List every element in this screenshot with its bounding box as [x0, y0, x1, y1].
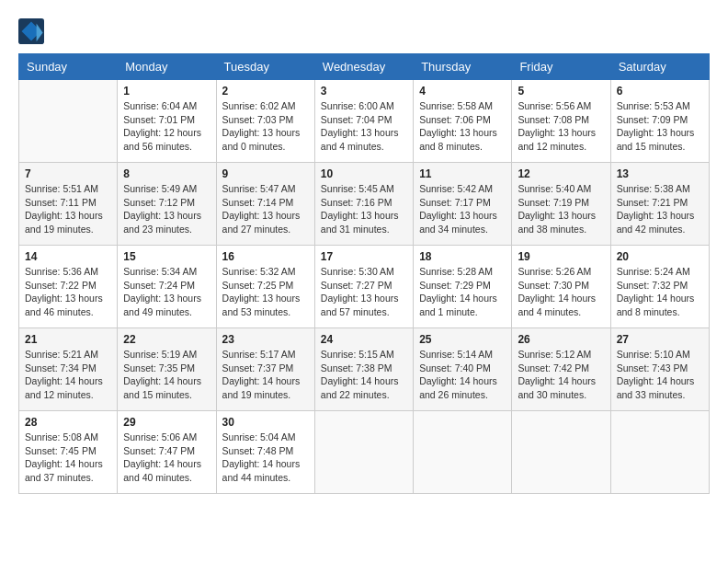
day-info: Sunrise: 5:49 AMSunset: 7:12 PMDaylight:… — [123, 182, 210, 236]
day-cell: 7Sunrise: 5:51 AMSunset: 7:11 PMDaylight… — [19, 163, 118, 246]
day-cell: 16Sunrise: 5:32 AMSunset: 7:25 PMDayligh… — [216, 246, 314, 328]
day-cell — [19, 80, 118, 163]
day-info: Sunrise: 5:26 AMSunset: 7:30 PMDaylight:… — [518, 265, 604, 319]
day-info: Sunrise: 5:17 AMSunset: 7:37 PMDaylight:… — [222, 348, 309, 402]
day-cell: 19Sunrise: 5:26 AMSunset: 7:30 PMDayligh… — [512, 246, 610, 328]
day-info: Sunrise: 5:10 AMSunset: 7:43 PMDaylight:… — [617, 348, 703, 402]
page-header — [18, 18, 710, 44]
day-info: Sunrise: 5:28 AMSunset: 7:29 PMDaylight:… — [419, 265, 506, 319]
day-cell: 26Sunrise: 5:12 AMSunset: 7:42 PMDayligh… — [512, 328, 610, 411]
day-number: 3 — [321, 85, 407, 98]
day-info: Sunrise: 5:19 AMSunset: 7:35 PMDaylight:… — [123, 348, 210, 402]
week-row-2: 7Sunrise: 5:51 AMSunset: 7:11 PMDaylight… — [19, 163, 710, 246]
day-info: Sunrise: 6:04 AMSunset: 7:01 PMDaylight:… — [123, 99, 210, 154]
day-number: 17 — [321, 250, 407, 263]
day-info: Sunrise: 5:15 AMSunset: 7:38 PMDaylight:… — [321, 348, 407, 402]
day-number: 12 — [518, 167, 604, 180]
day-cell: 5Sunrise: 5:56 AMSunset: 7:08 PMDaylight… — [512, 80, 610, 163]
day-number: 9 — [222, 167, 309, 180]
day-cell: 25Sunrise: 5:14 AMSunset: 7:40 PMDayligh… — [414, 328, 512, 411]
day-number: 2 — [222, 85, 309, 98]
day-number: 30 — [222, 416, 309, 429]
day-info: Sunrise: 6:00 AMSunset: 7:04 PMDaylight:… — [321, 99, 407, 154]
day-cell: 8Sunrise: 5:49 AMSunset: 7:12 PMDaylight… — [118, 163, 216, 246]
day-cell: 17Sunrise: 5:30 AMSunset: 7:27 PMDayligh… — [314, 246, 413, 328]
day-number: 18 — [419, 250, 506, 263]
day-number: 27 — [617, 333, 703, 346]
day-info: Sunrise: 5:24 AMSunset: 7:32 PMDaylight:… — [617, 265, 703, 319]
day-number: 16 — [222, 250, 309, 263]
header-wednesday: Wednesday — [314, 54, 413, 80]
day-number: 7 — [25, 167, 111, 180]
day-number: 5 — [518, 85, 604, 98]
week-row-4: 21Sunrise: 5:21 AMSunset: 7:34 PMDayligh… — [19, 328, 710, 411]
day-number: 29 — [123, 416, 210, 429]
day-cell: 20Sunrise: 5:24 AMSunset: 7:32 PMDayligh… — [610, 246, 709, 328]
day-number: 20 — [617, 250, 703, 263]
day-info: Sunrise: 5:04 AMSunset: 7:48 PMDaylight:… — [222, 431, 309, 485]
day-number: 25 — [419, 333, 506, 346]
header-row: SundayMondayTuesdayWednesdayThursdayFrid… — [19, 54, 710, 80]
day-number: 8 — [123, 167, 210, 180]
day-cell: 21Sunrise: 5:21 AMSunset: 7:34 PMDayligh… — [19, 328, 118, 411]
week-row-1: 1Sunrise: 6:04 AMSunset: 7:01 PMDaylight… — [19, 80, 710, 163]
day-number: 19 — [518, 250, 604, 263]
week-row-5: 28Sunrise: 5:08 AMSunset: 7:45 PMDayligh… — [19, 411, 710, 494]
day-number: 22 — [123, 333, 210, 346]
day-cell: 6Sunrise: 5:53 AMSunset: 7:09 PMDaylight… — [610, 80, 709, 163]
day-number: 10 — [321, 167, 407, 180]
day-cell: 12Sunrise: 5:40 AMSunset: 7:19 PMDayligh… — [512, 163, 610, 246]
day-cell: 2Sunrise: 6:02 AMSunset: 7:03 PMDaylight… — [216, 80, 314, 163]
day-cell: 11Sunrise: 5:42 AMSunset: 7:17 PMDayligh… — [414, 163, 512, 246]
day-info: Sunrise: 5:47 AMSunset: 7:14 PMDaylight:… — [222, 182, 309, 236]
day-cell: 10Sunrise: 5:45 AMSunset: 7:16 PMDayligh… — [314, 163, 413, 246]
calendar-table: SundayMondayTuesdayWednesdayThursdayFrid… — [18, 53, 710, 494]
day-info: Sunrise: 5:14 AMSunset: 7:40 PMDaylight:… — [419, 348, 506, 402]
day-cell: 22Sunrise: 5:19 AMSunset: 7:35 PMDayligh… — [118, 328, 216, 411]
day-info: Sunrise: 5:45 AMSunset: 7:16 PMDaylight:… — [321, 182, 407, 236]
day-info: Sunrise: 5:42 AMSunset: 7:17 PMDaylight:… — [419, 182, 506, 236]
day-info: Sunrise: 5:08 AMSunset: 7:45 PMDaylight:… — [25, 431, 111, 485]
day-info: Sunrise: 5:40 AMSunset: 7:19 PMDaylight:… — [518, 182, 604, 236]
header-tuesday: Tuesday — [216, 54, 314, 80]
day-info: Sunrise: 5:06 AMSunset: 7:47 PMDaylight:… — [123, 431, 210, 485]
day-number: 13 — [617, 167, 703, 180]
logo — [18, 18, 48, 44]
day-info: Sunrise: 5:30 AMSunset: 7:27 PMDaylight:… — [321, 265, 407, 319]
day-cell: 29Sunrise: 5:06 AMSunset: 7:47 PMDayligh… — [118, 411, 216, 494]
day-cell: 27Sunrise: 5:10 AMSunset: 7:43 PMDayligh… — [610, 328, 709, 411]
header-monday: Monday — [118, 54, 216, 80]
day-cell: 23Sunrise: 5:17 AMSunset: 7:37 PMDayligh… — [216, 328, 314, 411]
day-cell: 4Sunrise: 5:58 AMSunset: 7:06 PMDaylight… — [414, 80, 512, 163]
day-cell: 18Sunrise: 5:28 AMSunset: 7:29 PMDayligh… — [414, 246, 512, 328]
day-cell — [314, 411, 413, 494]
day-number: 26 — [518, 333, 604, 346]
day-info: Sunrise: 5:32 AMSunset: 7:25 PMDaylight:… — [222, 265, 309, 319]
day-cell: 28Sunrise: 5:08 AMSunset: 7:45 PMDayligh… — [19, 411, 118, 494]
day-number: 4 — [419, 85, 506, 98]
day-info: Sunrise: 5:38 AMSunset: 7:21 PMDaylight:… — [617, 182, 703, 236]
day-info: Sunrise: 5:53 AMSunset: 7:09 PMDaylight:… — [617, 99, 703, 154]
day-cell: 1Sunrise: 6:04 AMSunset: 7:01 PMDaylight… — [118, 80, 216, 163]
day-info: Sunrise: 5:34 AMSunset: 7:24 PMDaylight:… — [123, 265, 210, 319]
day-cell — [414, 411, 512, 494]
day-cell — [512, 411, 610, 494]
day-info: Sunrise: 5:12 AMSunset: 7:42 PMDaylight:… — [518, 348, 604, 402]
day-cell: 3Sunrise: 6:00 AMSunset: 7:04 PMDaylight… — [314, 80, 413, 163]
day-number: 23 — [222, 333, 309, 346]
header-saturday: Saturday — [610, 54, 709, 80]
header-sunday: Sunday — [19, 54, 118, 80]
day-cell — [610, 411, 709, 494]
day-info: Sunrise: 5:56 AMSunset: 7:08 PMDaylight:… — [518, 99, 604, 154]
day-number: 6 — [617, 85, 703, 98]
day-cell: 30Sunrise: 5:04 AMSunset: 7:48 PMDayligh… — [216, 411, 314, 494]
day-info: Sunrise: 5:51 AMSunset: 7:11 PMDaylight:… — [25, 182, 111, 236]
day-number: 11 — [419, 167, 506, 180]
day-cell: 13Sunrise: 5:38 AMSunset: 7:21 PMDayligh… — [610, 163, 709, 246]
day-cell: 15Sunrise: 5:34 AMSunset: 7:24 PMDayligh… — [118, 246, 216, 328]
header-friday: Friday — [512, 54, 610, 80]
day-number: 28 — [25, 416, 111, 429]
day-cell: 14Sunrise: 5:36 AMSunset: 7:22 PMDayligh… — [19, 246, 118, 328]
day-number: 1 — [123, 85, 210, 98]
week-row-3: 14Sunrise: 5:36 AMSunset: 7:22 PMDayligh… — [19, 246, 710, 328]
